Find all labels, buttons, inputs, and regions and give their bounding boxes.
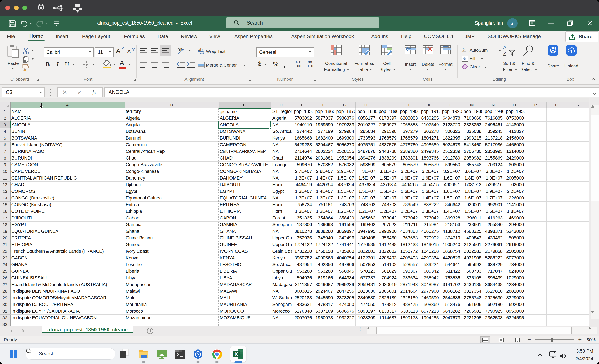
svg-text:A: A <box>503 45 507 51</box>
svg-text:.00: .00 <box>296 64 301 68</box>
svg-text:.00: .00 <box>307 61 312 64</box>
svg-text:ab: ab <box>178 47 183 52</box>
svg-text:.0: .0 <box>298 61 301 64</box>
svg-text:Z: Z <box>503 51 506 56</box>
svg-text:0: 0 <box>311 64 313 68</box>
svg-text:X: X <box>235 351 238 357</box>
